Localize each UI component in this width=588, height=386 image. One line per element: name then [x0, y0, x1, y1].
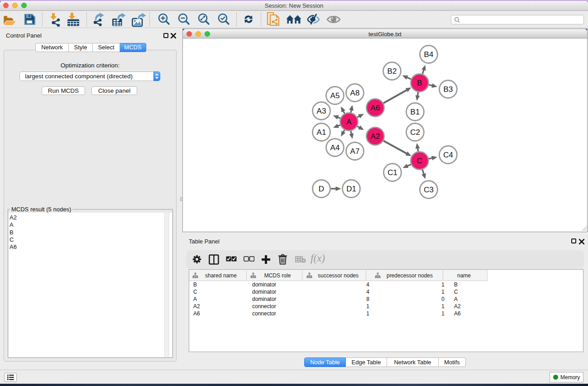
svg-text:A5: A5 — [330, 91, 340, 100]
svg-text:B: B — [417, 79, 422, 87]
svg-text:A1: A1 — [317, 128, 326, 137]
svg-text:B3: B3 — [444, 85, 453, 94]
svg-text:B2: B2 — [387, 67, 397, 76]
svg-text:D: D — [319, 185, 324, 193]
svg-text:C2: C2 — [410, 128, 420, 137]
svg-text:A6: A6 — [371, 104, 380, 112]
svg-text:A8: A8 — [350, 89, 360, 97]
svg-text:C1: C1 — [387, 168, 397, 177]
svg-text:A: A — [346, 118, 352, 126]
svg-text:A2: A2 — [371, 132, 380, 141]
svg-text:A4: A4 — [330, 143, 340, 152]
svg-text:D1: D1 — [346, 185, 356, 193]
svg-text:A3: A3 — [317, 107, 326, 115]
svg-text:C3: C3 — [424, 186, 434, 194]
svg-text:B4: B4 — [424, 50, 434, 59]
svg-text:A7: A7 — [350, 147, 360, 156]
svg-text:C4: C4 — [443, 151, 453, 159]
svg-text:B1: B1 — [411, 108, 420, 116]
svg-text:C: C — [417, 157, 422, 165]
